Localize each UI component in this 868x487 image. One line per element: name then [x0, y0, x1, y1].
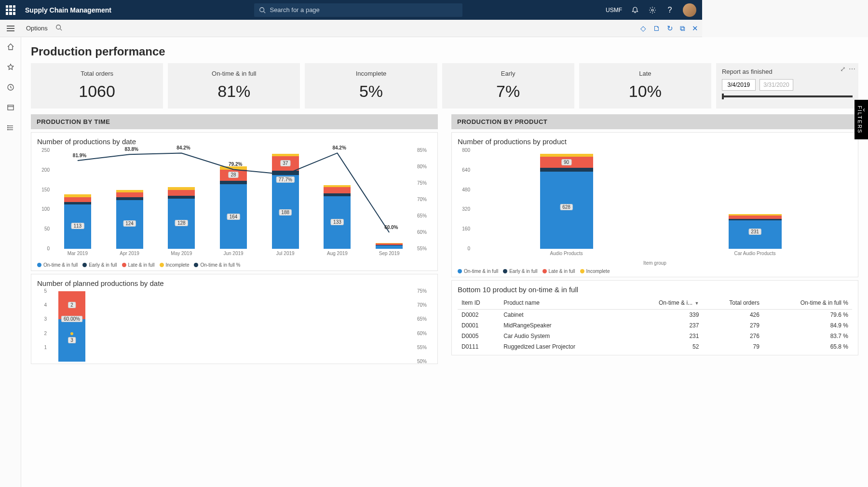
table-bottom-10: Bottom 10 product by on-time & in full I…	[451, 280, 702, 355]
bottom-10-table[interactable]: Item ID Product name On-time & i... ▼ To…	[458, 297, 702, 352]
table-row[interactable]: D0111Ruggedized Laser Projector527965.8 …	[458, 341, 702, 352]
nav-toggle-icon[interactable]	[0, 20, 21, 37]
chart-productions-by-date: Number of productions by date 0501001502…	[31, 132, 438, 271]
table-row[interactable]: D0005Car Audio System23127683.7 %	[458, 331, 702, 341]
kpi-late[interactable]: Late 10%	[579, 63, 702, 108]
home-icon[interactable]	[6, 42, 15, 52]
recent-icon[interactable]	[6, 82, 15, 92]
svg-point-10	[7, 128, 8, 128]
col-item-id[interactable]: Item ID	[458, 297, 500, 310]
kpi-on-time[interactable]: On-time & in full 81%	[168, 63, 300, 108]
star-icon[interactable]	[6, 62, 15, 72]
link-icon[interactable]: ◇	[640, 24, 646, 33]
app-title: Supply Chain Management	[25, 6, 111, 14]
svg-rect-4	[8, 105, 14, 110]
chart-planned-productions: Number of planned productions by date 12…	[31, 274, 438, 364]
svg-line-13	[60, 29, 62, 31]
svg-point-12	[56, 25, 61, 29]
company-label[interactable]: USMF	[606, 7, 622, 14]
kpi-value: 10%	[583, 82, 702, 101]
table-row[interactable]: D0002Cabinet33942679.6 %	[458, 310, 702, 321]
app-launcher-icon[interactable]	[6, 5, 15, 15]
svg-line-1	[264, 11, 266, 13]
kpi-value: 5%	[309, 82, 433, 101]
left-nav-rail	[0, 20, 21, 394]
col-time: PRODUCTION BY TIME Number of productions…	[31, 114, 438, 364]
help-icon[interactable]: ?	[665, 6, 674, 14]
new-window-icon[interactable]: ⧉	[680, 24, 685, 33]
search-placeholder: Search for a page	[270, 6, 319, 14]
modules-icon[interactable]	[6, 123, 15, 133]
find-icon[interactable]	[55, 24, 62, 32]
chart-area[interactable]: 05010015020025055%60%65%70%75%80%85%Mar …	[37, 149, 432, 259]
attach-icon[interactable]: 🗋	[653, 24, 660, 33]
chart-title: Number of productions by date	[37, 137, 432, 146]
chart-area[interactable]: 0160320480640800Audio ProductsCar Audio …	[458, 149, 702, 259]
search-box[interactable]: Search for a page	[254, 3, 462, 17]
refresh-icon[interactable]: ↻	[667, 24, 673, 33]
kpi-label: Incomplete	[309, 70, 433, 77]
svg-point-9	[7, 126, 8, 126]
kpi-incomplete[interactable]: Incomplete 5%	[305, 63, 437, 108]
svg-point-11	[7, 130, 8, 130]
x-axis-label: Item group	[458, 259, 702, 266]
chart-title: Number of productions by product	[458, 137, 702, 146]
command-bar-actions: ◇ 🗋 ↻ ⧉ ✕	[640, 24, 698, 33]
command-bar: Options ◇ 🗋 ↻ ⧉ ✕	[0, 20, 702, 37]
workspace-icon[interactable]	[6, 103, 15, 112]
sort-desc-icon: ▼	[693, 301, 699, 306]
chart-area[interactable]: 1234550%55%60%65%70%75%3260.00%	[37, 290, 432, 363]
kpi-value: 1060	[35, 82, 159, 101]
chart-legend: On-time & in full Early & in full Late &…	[458, 266, 702, 274]
kpi-label: On-time & in full	[172, 70, 296, 77]
chart-productions-by-product: Number of productions by product 0160320…	[451, 132, 702, 277]
kpi-value: 7%	[446, 82, 570, 101]
close-icon[interactable]: ✕	[692, 24, 698, 33]
gear-icon[interactable]	[648, 6, 657, 14]
options-menu[interactable]: Options	[21, 25, 53, 32]
kpi-value: 81%	[172, 82, 296, 101]
col-product-name[interactable]: Product name	[500, 297, 626, 310]
section-header-time: PRODUCTION BY TIME	[31, 114, 438, 129]
table-row[interactable]: D0001MidRangeSpeaker23727984.9 %	[458, 320, 702, 331]
kpi-label: Early	[446, 70, 570, 77]
chart-title: Bottom 10 product by on-time & in full	[458, 285, 702, 294]
main-content: Production performance Total orders 1060…	[21, 37, 702, 394]
user-avatar[interactable]	[683, 3, 696, 17]
bell-icon[interactable]	[631, 6, 639, 14]
col-ontime-count[interactable]: On-time & i... ▼	[626, 297, 702, 310]
global-header: Supply Chain Management Search for a pag…	[0, 0, 702, 20]
kpi-label: Total orders	[35, 70, 159, 77]
svg-point-0	[260, 7, 264, 12]
svg-point-2	[651, 9, 653, 11]
chart-title: Number of planned productions by date	[37, 279, 432, 287]
section-header-product: PRODUCTION BY PRODUCT	[451, 114, 702, 129]
col-product: PRODUCTION BY PRODUCT Number of producti…	[451, 114, 702, 364]
kpi-label: Late	[583, 70, 702, 77]
kpi-total-orders[interactable]: Total orders 1060	[31, 63, 163, 108]
page-title: Production performance	[21, 37, 702, 63]
chart-legend: On-time & in full Early & in full Late &…	[37, 259, 432, 268]
kpi-row: Total orders 1060 On-time & in full 81% …	[21, 63, 702, 114]
kpi-early[interactable]: Early 7%	[442, 63, 574, 108]
search-icon	[259, 7, 266, 14]
